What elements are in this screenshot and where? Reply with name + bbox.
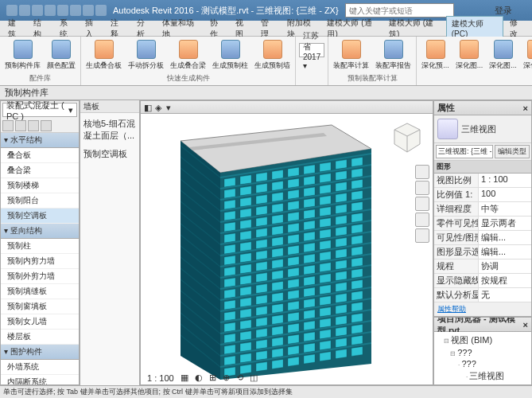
property-row[interactable]: 显示隐藏线按规程: [434, 274, 531, 288]
property-row[interactable]: 视图比例1 : 100: [434, 174, 531, 188]
svg-marker-109: [304, 265, 315, 275]
tree-item[interactable]: 预制柱: [1, 239, 79, 254]
close-icon[interactable]: ×: [523, 103, 528, 113]
property-row[interactable]: 详细程度中等: [434, 202, 531, 217]
qat-icon[interactable]: [95, 5, 107, 16]
vc-icon[interactable]: ▦: [179, 373, 190, 383]
tree-item[interactable]: 预制阳台: [1, 193, 79, 209]
tree-item[interactable]: 预制窗填板: [1, 299, 79, 314]
ribbon-button[interactable]: 生成叠合板: [84, 38, 123, 72]
qat-save-icon[interactable]: [19, 5, 30, 16]
svg-marker-30: [272, 192, 283, 201]
browser-node[interactable]: ???: [436, 358, 530, 369]
property-row[interactable]: 比例值 1:100: [434, 188, 531, 202]
ribbon-button[interactable]: 颜色配置: [45, 38, 77, 72]
property-value[interactable]: 显示两者: [479, 217, 531, 230]
vc-icon[interactable]: ⊞: [208, 373, 218, 383]
svg-marker-79: [351, 224, 363, 233]
qat-icon[interactable]: [70, 5, 81, 16]
svg-marker-95: [256, 262, 267, 271]
property-value[interactable]: 按规程: [479, 274, 531, 287]
ribbon-button-label: 预制构件库: [5, 60, 41, 71]
property-row[interactable]: 默认分析显示...无: [434, 288, 531, 302]
tree-category[interactable]: ▾ 水平结构: [1, 133, 79, 148]
ribbon-button[interactable]: 深化图...: [487, 38, 518, 72]
svg-marker-121: [320, 274, 331, 283]
library-type-combo[interactable]: 装配式混凝土 ( PC ) ▾: [2, 103, 77, 117]
browser-node[interactable]: 视图 (BIM): [436, 334, 530, 347]
viewcube[interactable]: [390, 120, 425, 155]
tool-icon[interactable]: [28, 120, 39, 131]
ribbon-button[interactable]: 预制构件库: [3, 38, 42, 72]
ribbon-button[interactable]: 生成叠合梁: [169, 38, 208, 72]
tree-category[interactable]: ▾ 围护构件: [1, 345, 79, 360]
tree-item[interactable]: 预制女儿墙: [1, 314, 79, 330]
vp-icon[interactable]: ◈: [155, 103, 165, 112]
property-row[interactable]: 规程协调: [434, 259, 531, 274]
tree-item[interactable]: 叠合板: [1, 148, 79, 163]
ribbon-button[interactable]: 深化图...: [454, 38, 485, 72]
nav-orbit-icon[interactable]: [415, 213, 429, 227]
property-value[interactable]: 100: [479, 188, 531, 201]
tree-item[interactable]: 外墙系统: [1, 360, 79, 375]
property-row[interactable]: 图形显示选项编辑...: [434, 245, 531, 259]
instance-selector[interactable]: 三维视图: {三维 - ZX}: [436, 145, 493, 158]
properties-help-link[interactable]: 属性帮助: [434, 302, 531, 316]
property-value[interactable]: 无: [479, 288, 531, 302]
browser-tree: 视图 (BIM)??????三维视图BIM_三维视图BIM_建筑建模楼层平面1F…: [434, 332, 531, 385]
vc-icon[interactable]: ◐: [193, 373, 204, 383]
detail-item[interactable]: 预制空调板: [83, 146, 136, 162]
ribbon-button[interactable]: 装配率计算: [332, 38, 371, 72]
browser-node[interactable]: ???: [436, 347, 530, 358]
tree-item[interactable]: 内隔断系统: [1, 375, 79, 384]
vp-icon[interactable]: ◧: [144, 103, 153, 112]
nav-zoom-icon[interactable]: [415, 197, 429, 211]
ribbon-button[interactable]: 手动拆分板: [126, 38, 165, 72]
property-value[interactable]: 协调: [479, 259, 531, 273]
property-value[interactable]: 编辑...: [479, 231, 531, 244]
ribbon-button[interactable]: 生成预制柱: [211, 38, 250, 72]
scale-label[interactable]: 1 : 100: [146, 373, 176, 383]
tree-item[interactable]: 叠合梁: [1, 163, 79, 178]
ribbon-button[interactable]: 深化预...: [420, 38, 451, 72]
ribbon-button[interactable]: 深化预...: [522, 38, 532, 72]
svg-marker-128: [256, 295, 267, 305]
chevron-down-icon[interactable]: ▾: [166, 103, 176, 112]
property-value[interactable]: 编辑...: [479, 245, 531, 259]
project-browser-panel: 项目浏览器 - 测试模型.rvt × 视图 (BIM)??????三维视图BIM…: [433, 317, 532, 385]
vc-icon[interactable]: ⊕: [221, 373, 231, 383]
browser-node[interactable]: 三维视图: [436, 369, 530, 383]
qat-open-icon[interactable]: [6, 5, 17, 16]
detail-item[interactable]: 核地5-细石混凝土面层（...: [83, 116, 136, 143]
tree-item[interactable]: 预制楼梯: [1, 178, 79, 193]
close-icon[interactable]: ×: [523, 320, 528, 330]
tool-icon[interactable]: [41, 120, 52, 131]
nav-icon[interactable]: [415, 228, 429, 243]
property-value[interactable]: 中等: [479, 202, 531, 216]
nav-wheel-icon[interactable]: [415, 165, 429, 179]
qat-redo-icon[interactable]: [45, 5, 56, 16]
vc-icon[interactable]: ⟲: [235, 373, 245, 383]
tool-icon[interactable]: [15, 120, 26, 131]
qat-print-icon[interactable]: [57, 5, 68, 16]
tree-item[interactable]: 预制填缝板: [1, 284, 79, 299]
ribbon-combo[interactable]: 江苏省2017 ▾: [299, 43, 324, 57]
ribbon-button[interactable]: 装配率报告: [374, 38, 413, 72]
edit-type-button[interactable]: 编辑类型: [495, 145, 530, 158]
viewport-3d[interactable]: ◧ ◈ ▾ 1 :: [140, 100, 433, 385]
property-row[interactable]: 零件可见性显示两者: [434, 217, 531, 231]
tree-category[interactable]: ▾ 竖向结构: [1, 224, 79, 239]
property-row[interactable]: 可见性/图形替换编辑...: [434, 231, 531, 245]
tree-item[interactable]: 预制内剪力墙: [1, 254, 79, 269]
vc-icon[interactable]: ◫: [248, 373, 259, 383]
svg-marker-188: [336, 338, 347, 348]
tool-icon[interactable]: [2, 120, 14, 131]
tree-item[interactable]: 预制空调板: [1, 209, 79, 224]
property-value[interactable]: 1 : 100: [479, 174, 531, 187]
ribbon-button[interactable]: 生成预制墙: [253, 38, 292, 72]
tree-item[interactable]: 楼层板: [1, 330, 79, 345]
nav-pan-icon[interactable]: [415, 181, 429, 195]
tree-item[interactable]: 预制外剪力墙: [1, 269, 79, 284]
qat-icon[interactable]: [83, 5, 94, 16]
qat-undo-icon[interactable]: [32, 5, 43, 16]
